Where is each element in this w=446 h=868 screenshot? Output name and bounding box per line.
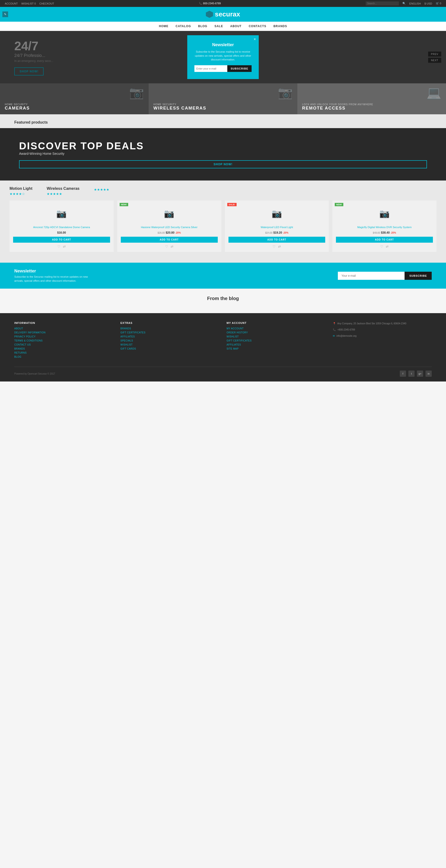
modal-title: Newsletter (195, 42, 251, 48)
footer-link-specials[interactable]: SPECIALS (121, 339, 220, 342)
top-bar: ACCOUNT WISHLIST 0 CHECKOUT 📞 800-2345-6… (0, 0, 446, 7)
newsletter-email-input[interactable] (338, 272, 405, 280)
facebook-icon[interactable]: f (400, 371, 406, 377)
cat-title-3: REMOTE ACCESS (302, 106, 346, 111)
currency-selector[interactable]: $ USD (424, 2, 432, 5)
googleplus-icon[interactable]: g+ (417, 371, 423, 377)
newsletter-bar-desc: Subscribe to the Securax mailing list to… (14, 275, 98, 283)
newsletter-subscribe-button[interactable]: SUBSCRIBE (405, 272, 432, 280)
location-icon: 📍 (333, 322, 336, 325)
footer-copyright: Powered by Opencart Securax © 2017 (14, 372, 55, 375)
product-img-3: 📷 (229, 204, 325, 223)
nav-catalog[interactable]: CATALOG (176, 25, 191, 28)
deals-banner: DISCOVER TOP DEALS Award-Winning Home Se… (0, 128, 446, 181)
footer: INFORMATION ABOUT DELIVERY INFORMATION P… (0, 313, 446, 381)
category-cameras[interactable]: Home Security CAMERAS 📷 (0, 83, 149, 114)
footer-link-brands[interactable]: BRANDS (14, 347, 113, 350)
wishlist-icon-2[interactable]: ♡ (165, 245, 168, 248)
footer-link-site-map[interactable]: SITE MAP (227, 347, 326, 350)
compare-icon-3[interactable]: ⇄ (278, 245, 281, 248)
edit-icon[interactable]: ✎ (2, 11, 8, 17)
footer-social: f t g+ in (400, 371, 432, 377)
newsletter-bar-title: Newsletter (14, 269, 98, 274)
compare-icon-2[interactable]: ⇄ (171, 245, 173, 248)
footer-link-my-account[interactable]: MY ACCOUNT (227, 327, 326, 330)
footer-link-order-history[interactable]: ORDER HISTORY (227, 331, 326, 334)
footer-link-wishlist2[interactable]: WISHLIST (227, 335, 326, 338)
cart-icon[interactable]: 🛒 0 (436, 2, 441, 5)
product-name-4: Magicfly Digital Wireless DVR Security S… (336, 225, 433, 229)
wishlist-link[interactable]: WISHLIST 0 (21, 2, 36, 5)
camera-icon-2: 📷 (278, 86, 293, 99)
product-card-4: NEW! 📷 Magicfly Digital Wireless DVR Sec… (332, 200, 437, 252)
phone-icon: 📞 (199, 2, 203, 5)
add-to-cart-button-3[interactable]: ADD TO CART (229, 237, 325, 243)
footer-link-brands2[interactable]: BRANDS (121, 327, 220, 330)
footer-link-returns[interactable]: RETURNS (14, 351, 113, 354)
product-name-1: Amcrest 720p HDCVI Standalone Dome Camer… (13, 225, 110, 229)
footer-link-privacy[interactable]: PRIVACY POLICY (14, 335, 113, 338)
logo[interactable]: securax (206, 10, 240, 18)
footer-link-wishlist[interactable]: WISHLIST (121, 343, 220, 346)
product-actions-4: ♡ ⇄ (336, 245, 433, 248)
footer-link-gift-cards[interactable]: GIFT CARDS (121, 347, 220, 350)
wishlist-icon-4[interactable]: ♡ (380, 245, 383, 248)
footer-link-delivery[interactable]: DELIVERY INFORMATION (14, 331, 113, 334)
account-link[interactable]: ACCOUNT (5, 2, 18, 5)
wireless-cameras-stars: ★★★★★ (47, 192, 80, 196)
footer-link-affiliates[interactable]: AFFILIATES (121, 335, 220, 338)
footer-link-blog[interactable]: BLOG (14, 355, 113, 358)
add-to-cart-button-4[interactable]: ADD TO CART (336, 237, 433, 243)
deals-subtitle: Award-Winning Home Security (19, 152, 427, 155)
modal-close-button[interactable]: × (254, 37, 256, 41)
footer-information: INFORMATION ABOUT DELIVERY INFORMATION P… (14, 321, 113, 360)
linkedin-icon[interactable]: in (425, 371, 432, 377)
footer-my-account-title: MY ACCOUNT (227, 321, 326, 324)
product-img-4: 📷 (336, 204, 433, 223)
logo-text: securax (215, 10, 240, 18)
nav-blog[interactable]: BLOG (198, 25, 208, 28)
modal-description: Subscribe to the Securax mailing list to… (195, 50, 251, 62)
footer-link-about[interactable]: ABOUT (14, 327, 113, 330)
wishlist-icon-1[interactable]: ♡ (57, 245, 61, 248)
category-wireless[interactable]: Home Security WIRELESS CAMERAS 📷 (149, 83, 297, 114)
logo-shield-icon (206, 11, 213, 18)
footer-link-gift-certs[interactable]: GIFT CERTIFICATES (121, 331, 220, 334)
category-remote[interactable]: Lock and unlock your doors from anywhere… (297, 83, 446, 114)
add-to-cart-button-2[interactable]: ADD TO CART (121, 237, 218, 243)
footer-grid: INFORMATION ABOUT DELIVERY INFORMATION P… (14, 321, 432, 360)
product-card-2: NEW! 📷 Hasione Waterproof LED Security C… (117, 200, 221, 252)
nav-contacts[interactable]: CONTACTS (249, 25, 266, 28)
camera-icon-1: 📷 (129, 86, 144, 99)
nav-sale[interactable]: SALE (214, 25, 223, 28)
newsletter-bar-left: Newsletter Subscribe to the Securax mail… (14, 269, 98, 283)
footer-link-affiliates2[interactable]: AFFILIATES (227, 343, 326, 346)
language-selector[interactable]: ENGLISH (409, 2, 421, 5)
footer-link-contact[interactable]: CONTACT US (14, 343, 113, 346)
deals-shop-now-button[interactable]: SHOP NOW! (19, 160, 427, 168)
footer-link-gift-certs2[interactable]: GIFT CERTIFICATES (227, 339, 326, 342)
search-icon[interactable]: 🔍 (403, 2, 406, 5)
section3-stars: ★★★★★ (94, 188, 109, 191)
category-strip: Home Security CAMERAS 📷 Home Security WI… (0, 83, 446, 114)
footer-link-terms[interactable]: TERMS & CONDITIONS (14, 339, 113, 342)
add-to-cart-button-1[interactable]: ADD TO CART (13, 237, 110, 243)
nav-brands[interactable]: BRANDS (273, 25, 287, 28)
nav-home[interactable]: HOME (159, 25, 169, 28)
product-name-2: Hasione Waterproof LED Security Camera S… (121, 225, 218, 229)
phone-number: 📞 800-2345-6789 (199, 2, 221, 5)
footer-address: 📍 Any Company, 20 Jackson Blvd Ste 1059 … (333, 321, 432, 326)
top-bar-left: ACCOUNT WISHLIST 0 CHECKOUT (5, 2, 54, 5)
footer-information-title: INFORMATION (14, 321, 113, 324)
compare-icon-1[interactable]: ⇄ (63, 245, 66, 248)
products-grid: 📷 Amcrest 720p HDCVI Standalone Dome Cam… (9, 200, 437, 252)
compare-icon-4[interactable]: ⇄ (386, 245, 389, 248)
modal-subscribe-button[interactable]: SUBSCRIBE (227, 65, 251, 72)
modal-email-input[interactable] (195, 65, 227, 72)
wishlist-icon-3[interactable]: ♡ (272, 245, 276, 248)
checkout-link[interactable]: CHECKOUT (39, 2, 54, 5)
footer-contact-info: 📍 Any Company, 20 Jackson Blvd Ste 1059 … (333, 321, 432, 338)
search-input[interactable] (366, 1, 399, 5)
twitter-icon[interactable]: t (408, 371, 415, 377)
nav-about[interactable]: ABOUT (230, 25, 242, 28)
